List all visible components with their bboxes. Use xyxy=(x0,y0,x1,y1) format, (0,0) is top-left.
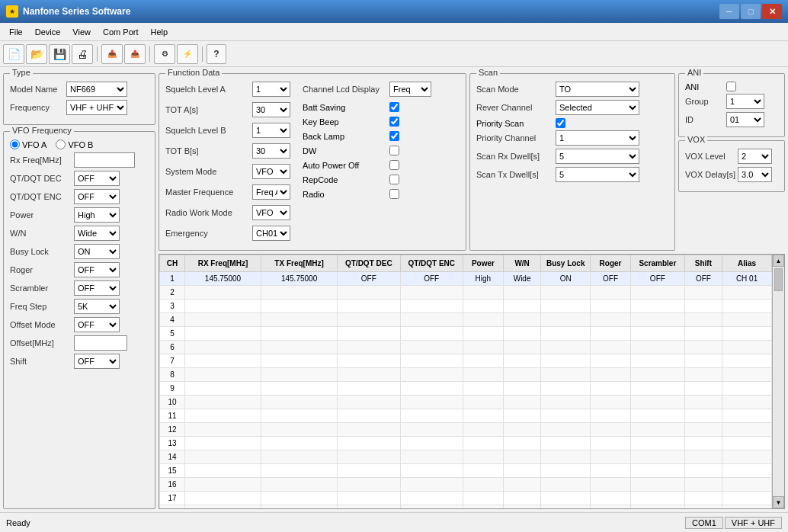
table-row[interactable]: 10 xyxy=(160,396,772,409)
maximize-button[interactable]: □ xyxy=(741,4,761,19)
scrollbar[interactable]: ▲ ▼ xyxy=(772,255,784,508)
qt-dqt-enc-select[interactable]: OFF xyxy=(74,189,120,204)
priority-channel-select[interactable]: 1 xyxy=(556,130,639,146)
channel-lcd-select[interactable]: Freq xyxy=(389,82,431,97)
table-row[interactable]: 7 xyxy=(160,354,772,368)
table-cell: 15 xyxy=(160,464,185,478)
roger-select[interactable]: OFF xyxy=(74,262,120,277)
table-row[interactable]: 2 xyxy=(160,286,772,300)
table-cell xyxy=(591,396,631,409)
vox-level-select[interactable]: 2 xyxy=(738,149,772,164)
special1-button[interactable]: ⚙ xyxy=(154,44,175,64)
rx-freq-input[interactable]: 145.75000 xyxy=(74,152,135,168)
table-row[interactable]: 1145.75000145.75000OFFOFFHighWideONOFFOF… xyxy=(160,272,772,286)
table-row[interactable]: 6 xyxy=(160,341,772,354)
offset-mhz-input[interactable]: 0.00000 xyxy=(74,335,127,351)
master-frequence-select[interactable]: Freq A xyxy=(252,184,290,200)
special2-button[interactable]: ⚡ xyxy=(177,44,198,64)
table-row[interactable]: 5 xyxy=(160,327,772,341)
shift-select[interactable]: OFF xyxy=(74,354,120,369)
back-lamp-checkbox[interactable] xyxy=(389,131,399,141)
tot-b-select[interactable]: 30 xyxy=(252,143,290,159)
radio-work-mode-select[interactable]: VFO xyxy=(252,205,290,220)
squelch-b-select[interactable]: 1 xyxy=(252,123,290,138)
rep-code-checkbox[interactable] xyxy=(389,175,399,184)
rever-channel-select[interactable]: Selected xyxy=(556,100,639,115)
ani-group-select[interactable]: 1 xyxy=(726,94,764,109)
table-row[interactable]: 13 xyxy=(160,437,772,450)
model-name-select[interactable]: NF669 xyxy=(66,82,127,97)
priority-scan-checkbox[interactable] xyxy=(556,118,565,128)
close-button[interactable]: ✕ xyxy=(762,4,782,19)
save-button[interactable]: 💾 xyxy=(49,44,70,64)
squelch-a-select[interactable]: 1 xyxy=(252,82,290,97)
table-row[interactable]: 8 xyxy=(160,368,772,382)
vfo-b-radio[interactable] xyxy=(56,139,66,149)
table-row[interactable]: 3 xyxy=(160,300,772,313)
scan-mode-select[interactable]: TO xyxy=(556,82,639,97)
vox-delay-select[interactable]: 3.0 xyxy=(738,167,772,182)
scan-tx-dwell-select[interactable]: 5 xyxy=(556,167,639,182)
vfo-a-radio[interactable] xyxy=(10,139,20,149)
table-cell: 3 xyxy=(160,300,185,313)
menu-device[interactable]: Device xyxy=(29,26,67,38)
table-cell xyxy=(722,409,772,423)
new-button[interactable]: 📄 xyxy=(3,44,24,64)
dw-checkbox[interactable] xyxy=(389,146,399,155)
table-row[interactable]: 18 xyxy=(160,505,772,509)
minimize-button[interactable]: ─ xyxy=(719,4,739,19)
table-row[interactable]: 16 xyxy=(160,478,772,492)
offset-mode-select[interactable]: OFF xyxy=(74,317,120,332)
help-button[interactable]: ? xyxy=(207,44,226,64)
table-cell xyxy=(184,450,261,464)
frequency-select[interactable]: VHF + UHF xyxy=(66,100,127,115)
table-cell xyxy=(261,368,338,382)
table-row[interactable]: 14 xyxy=(160,450,772,464)
scroll-down-button[interactable]: ▼ xyxy=(773,496,784,508)
power-select[interactable]: High xyxy=(74,207,120,223)
table-cell xyxy=(503,300,540,313)
vfo-a-radio-label[interactable]: VFO A xyxy=(10,139,46,149)
menu-comport[interactable]: Com Port xyxy=(97,26,144,38)
batt-saving-checkbox[interactable] xyxy=(389,102,399,112)
tot-a-select[interactable]: 30 xyxy=(252,102,290,117)
table-cell xyxy=(631,437,685,450)
menu-view[interactable]: View xyxy=(66,26,97,38)
table-cell xyxy=(400,354,463,368)
vfo-b-radio-label[interactable]: VFO B xyxy=(56,139,93,149)
busy-lock-select[interactable]: ON xyxy=(74,244,120,259)
table-cell: OFF xyxy=(591,272,631,286)
write-device-button[interactable]: 📤 xyxy=(124,44,146,64)
print-button[interactable]: 🖨 xyxy=(72,44,93,64)
open-button[interactable]: 📂 xyxy=(26,44,47,64)
table-row[interactable]: 17 xyxy=(160,492,772,505)
wn-select[interactable]: Wide xyxy=(74,226,120,241)
scroll-thumb[interactable] xyxy=(774,268,783,291)
read-device-button[interactable]: 📥 xyxy=(101,44,123,64)
freq-step-select[interactable]: 5K xyxy=(74,299,120,314)
table-row[interactable]: 15 xyxy=(160,464,772,478)
scan-rx-dwell-select[interactable]: 5 xyxy=(556,149,639,164)
table-row[interactable]: 11 xyxy=(160,409,772,423)
table-cell xyxy=(631,354,685,368)
table-scroll-area[interactable]: CH RX Freq[MHz] TX Freq[MHz] QT/DQT DEC … xyxy=(159,255,772,508)
qt-dqt-dec-select[interactable]: OFF xyxy=(74,171,120,186)
table-cell: 10 xyxy=(160,396,185,409)
table-row[interactable]: 12 xyxy=(160,423,772,437)
scan-rx-dwell-label: Scan Rx Dwell[s] xyxy=(476,152,553,161)
menu-file[interactable]: File xyxy=(3,26,29,38)
table-cell xyxy=(400,409,463,423)
table-row[interactable]: 4 xyxy=(160,313,772,327)
ani-checkbox[interactable] xyxy=(726,82,736,91)
key-beep-checkbox[interactable] xyxy=(389,117,399,127)
emergency-select[interactable]: CH01 xyxy=(252,226,290,241)
ani-id-select[interactable]: 01 xyxy=(726,112,764,127)
table-row[interactable]: 9 xyxy=(160,382,772,396)
scroll-up-button[interactable]: ▲ xyxy=(773,255,784,267)
table-cell: OFF xyxy=(631,272,685,286)
radio-checkbox[interactable] xyxy=(389,189,399,199)
menu-help[interactable]: Help xyxy=(144,26,174,38)
scrambler-select[interactable]: OFF xyxy=(74,280,120,296)
system-mode-select[interactable]: VFO xyxy=(252,164,290,179)
auto-power-off-checkbox[interactable] xyxy=(389,160,399,170)
